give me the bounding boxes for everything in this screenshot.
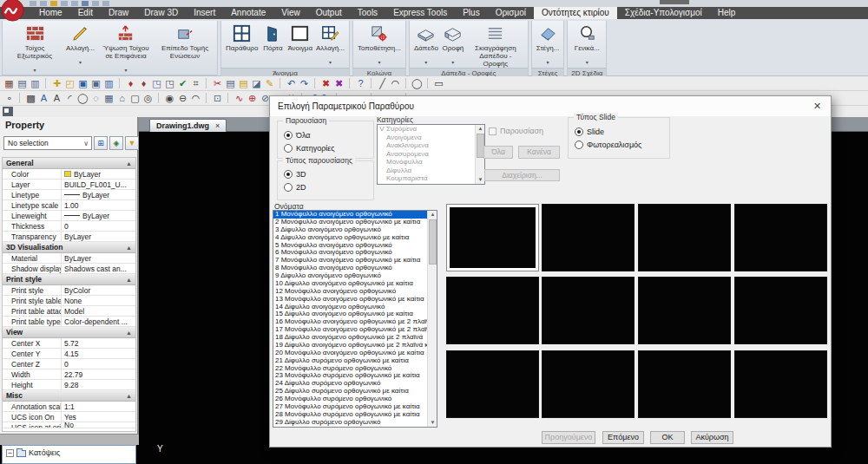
purge-icon[interactable]: ✖	[332, 77, 345, 90]
names-listbox[interactable]: 1 Μονόφυλλο ανοιγόμενο ορθογωνικό2 Μονόφ…	[273, 210, 437, 428]
flyout-icon[interactable]	[3, 107, 13, 116]
property-section-3[interactable]: View▲	[3, 327, 135, 338]
radio-3d[interactable]: 3D	[278, 167, 373, 180]
name-item[interactable]: 2 Μονόφυλλο ανοιγόμενο ορθογωνικό με καί…	[273, 219, 427, 226]
cut-icon[interactable]: ✂	[211, 77, 224, 90]
property-section-1[interactable]: 3D Visualisation▲	[3, 242, 135, 253]
ribbon-button-door[interactable]: Πόρτα	[260, 23, 286, 52]
name-item[interactable]: 9 Δίφυλλο ανοιγόμενο ορθογωνικό	[273, 272, 427, 280]
property-value[interactable]: ByColor	[62, 285, 135, 295]
category-item[interactable]: VΣυρόμενα	[378, 125, 484, 134]
insert-block-icon[interactable]: ⊕	[246, 92, 259, 105]
property-value[interactable]: ByLayer	[62, 253, 135, 263]
slide-preview-5[interactable]	[542, 277, 635, 344]
name-item[interactable]: 28 Μονόφυλλο συρόμενο ορθογωνικό με καίτ…	[273, 411, 427, 419]
publish-icon[interactable]: ◳	[163, 77, 176, 90]
name-item[interactable]: 3 Δίφυλλο ανοιγόμενο ορθογωνικό	[273, 226, 427, 234]
all-button[interactable]: Όλα	[483, 146, 513, 159]
property-row[interactable]: LinetypeByLayer	[3, 190, 135, 200]
new-file-icon[interactable]: ✚	[50, 77, 63, 90]
presentation-checkbox[interactable]	[489, 127, 496, 135]
property-value[interactable]: 5.72	[62, 338, 135, 348]
ribbon-button-ceiling[interactable]: Οροφή	[440, 23, 466, 68]
ellipse-icon[interactable]: ◌	[89, 92, 102, 105]
menu-item-0[interactable]: Home	[31, 7, 70, 19]
qat-icon[interactable]	[40, 1, 47, 6]
redo-icon[interactable]: ↷	[298, 77, 311, 90]
undo-icon[interactable]: ↶	[285, 77, 298, 90]
radio-2d[interactable]: 2D	[278, 180, 373, 193]
help-icon[interactable]: ?	[354, 77, 367, 90]
scroll-up-icon[interactable]	[428, 211, 437, 219]
find-icon[interactable]: ⌗	[189, 77, 202, 90]
name-item[interactable]: 27 Μονόφυλλο συρόμενο ορθογωνικό με καίτ…	[273, 403, 427, 411]
property-row[interactable]: Print style tableNone	[3, 296, 135, 306]
arc-icon[interactable]: ◠	[389, 77, 402, 90]
zoom-object-icon[interactable]: ⊖	[176, 92, 189, 105]
property-value[interactable]: 1.00	[62, 200, 135, 210]
qat-icon[interactable]	[102, 1, 109, 6]
property-row[interactable]: Width22.79	[3, 369, 135, 380]
property-row[interactable]: LayerBUILD_FL001_U...	[3, 180, 135, 190]
target-icon[interactable]: ◉	[163, 92, 176, 105]
copy-icon[interactable]: ▤	[224, 77, 237, 90]
radio--[interactable]: Όλα	[278, 128, 373, 141]
property-value[interactable]: ByLayer	[62, 232, 135, 241]
name-item[interactable]: 6 Μονόφυλλο ανοιγόμενο ορθογωνικό	[273, 249, 427, 257]
names-scrollbar[interactable]	[427, 211, 437, 427]
property-row[interactable]: MaterialByLayer	[3, 253, 135, 264]
ok-button[interactable]: OK	[650, 431, 685, 444]
property-value[interactable]: Shadows cast an...	[62, 264, 135, 273]
slide-preview-0[interactable]	[446, 204, 539, 271]
bld-library-icon[interactable]: ▤	[16, 77, 29, 90]
cancel-button[interactable]: Ακύρωση	[691, 431, 733, 444]
name-item[interactable]: 29 Δίφυλλο συρόμενο ορθογωνικό	[273, 419, 427, 427]
property-value[interactable]: ByLayer	[62, 169, 135, 179]
ribbon-button-joint-section-plane[interactable]: Επίπεδο Τομής Ενώσεων	[155, 23, 214, 60]
property-value[interactable]: 9.28	[62, 380, 135, 389]
menu-item-1[interactable]: Edit	[70, 7, 101, 19]
ribbon-button-roof[interactable]: Στέγη...	[535, 23, 561, 68]
bld-block-icon[interactable]: ▦	[3, 77, 16, 90]
property-value[interactable]: Model	[62, 306, 135, 316]
property-row[interactable]: Linetype scale1.00	[3, 200, 135, 211]
menu-item-11[interactable]: Ορισμοί	[488, 7, 534, 19]
property-row[interactable]: Annotation scale1:1	[3, 402, 135, 412]
hatch-icon[interactable]: ▩	[24, 92, 37, 105]
block-icon[interactable]: ▦	[102, 92, 115, 105]
ribbon-button-opening-edit[interactable]: Αλλαγή...	[314, 23, 346, 68]
property-row[interactable]: Print table attache...Model	[3, 306, 135, 317]
collapse-arrow-icon[interactable]: ▲	[126, 160, 132, 167]
menu-item-6[interactable]: View	[273, 7, 308, 19]
ribbon-button-floor[interactable]: Δάπεδο	[412, 23, 440, 68]
name-item[interactable]: 24 Δίφυλλο συρόμενο ορθογωνικό	[273, 380, 427, 388]
ribbon-button-wall-edit[interactable]: Αλλαγή...	[64, 23, 96, 68]
name-item[interactable]: 13 Μονόφυλλο ανοιγόμενο ορθογωνικό με κα…	[273, 296, 427, 304]
ribbon-button-general-2d[interactable]: Γενικά...	[573, 23, 602, 68]
slide-preview-1[interactable]	[542, 204, 635, 271]
name-item[interactable]: 26 Μονόφυλλο συρόμενο ορθογωνικό	[273, 395, 427, 403]
property-value[interactable]: None	[62, 296, 135, 305]
name-item[interactable]: 23 Μονόφυλλο συρόμενο ορθογωνικό με καίτ…	[273, 372, 427, 380]
ribbon-button-opening[interactable]: Άνοιγμα	[286, 23, 314, 52]
radio-icon[interactable]	[284, 144, 293, 153]
category-item[interactable]: Κουμπαριστά	[378, 174, 484, 183]
property-section-0[interactable]: General▲	[3, 158, 135, 169]
tab-close-icon[interactable]: ×	[215, 121, 220, 130]
arc3p-icon[interactable]: ◜	[63, 92, 76, 105]
spell-check-icon[interactable]: ✔	[176, 77, 189, 90]
category-item[interactable]: Ανακλινόμενα	[378, 141, 484, 150]
property-value[interactable]: ByLayer	[62, 211, 135, 220]
category-item[interactable]: Δίφυλλα	[378, 167, 484, 175]
ribbon-button-wall-elevation[interactable]: Ύψωση Τοίχου σε Επιφάνεια	[96, 23, 155, 75]
property-row[interactable]: Shadow displayShadows cast an...	[3, 264, 135, 274]
menu-item-13[interactable]: Σχέδια-Υπολογισμοί	[617, 7, 710, 19]
categories-listbox[interactable]: VΣυρόμεναΑνοιγόμεναΑνακλινόμεναΑνασυρόμε…	[377, 124, 485, 185]
match-properties-icon[interactable]: ✎	[263, 77, 276, 90]
plot-batch-icon[interactable]: ♦	[137, 77, 150, 90]
manage-button[interactable]: Διαχείριση...	[484, 169, 560, 181]
property-row[interactable]: Print table typeColor-dependent ...	[3, 317, 135, 327]
donut-icon[interactable]: ◎	[141, 92, 155, 105]
quick-select-icon[interactable]: ⊞	[94, 136, 108, 150]
menu-item-12[interactable]: Οντότητες κτιρίου	[534, 7, 617, 19]
